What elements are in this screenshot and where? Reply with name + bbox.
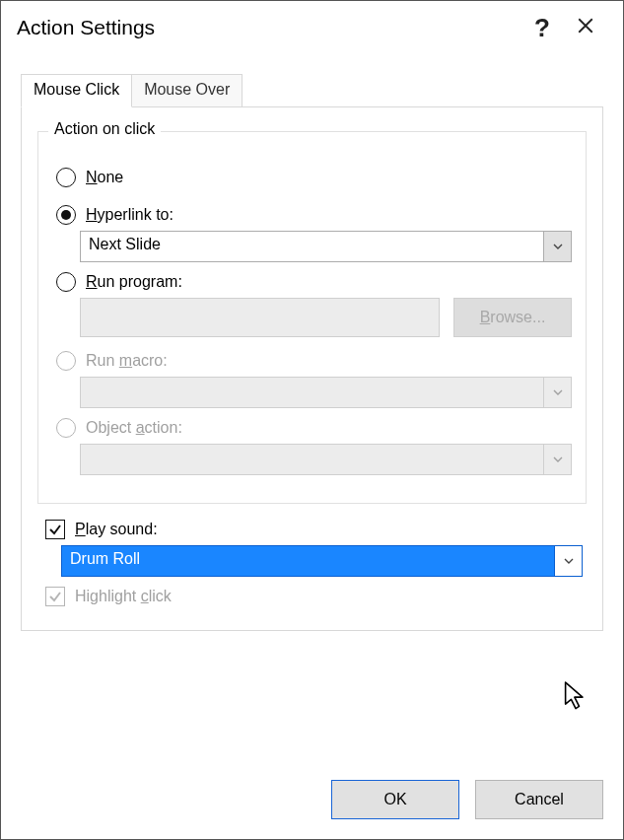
combo-value: Drum Roll xyxy=(62,546,554,576)
radio-run-program-label: Run program: xyxy=(86,273,182,291)
group-action-on-click: Action on click None Hyperlink to: Next … xyxy=(37,131,587,504)
run-program-path-input xyxy=(80,298,440,337)
combo-value xyxy=(81,378,543,407)
object-action-combo xyxy=(80,444,572,475)
close-icon xyxy=(577,15,594,40)
radio-run-macro: Run macro: xyxy=(56,351,572,371)
ok-button[interactable]: OK xyxy=(331,780,459,819)
radio-object-action-label: Object action: xyxy=(86,419,182,437)
radio-none-label: None xyxy=(86,169,123,186)
dialog-title: Action Settings xyxy=(17,16,520,39)
checkbox-highlight-click: Highlight click xyxy=(45,587,583,606)
cursor-icon xyxy=(563,681,589,714)
highlight-click-label: Highlight click xyxy=(75,588,172,605)
combo-value: Next Slide xyxy=(81,232,543,261)
chevron-down-icon xyxy=(543,445,571,474)
radio-run-macro-label: Run macro: xyxy=(86,352,168,370)
radio-icon xyxy=(56,272,76,292)
hyperlink-to-combo[interactable]: Next Slide xyxy=(80,231,572,262)
below-group: Play sound: Drum Roll Highlight cl xyxy=(37,520,587,606)
radio-run-program[interactable]: Run program: xyxy=(56,272,572,292)
object-action-sub xyxy=(80,444,572,475)
tab-panel: Action on click None Hyperlink to: Next … xyxy=(21,106,603,631)
play-sound-sub: Drum Roll xyxy=(61,545,583,577)
checkbox-icon xyxy=(45,520,65,539)
titlebar: Action Settings ? xyxy=(1,1,623,54)
tab-strip: Mouse Click Mouse Over xyxy=(21,74,603,107)
browse-button: Browse... xyxy=(453,298,572,337)
button-label: Cancel xyxy=(515,791,564,808)
tab-mouse-click[interactable]: Mouse Click xyxy=(21,74,132,107)
combo-value xyxy=(81,445,543,474)
radio-hyperlink-to[interactable]: Hyperlink to: xyxy=(56,205,572,225)
group-legend: Action on click xyxy=(48,120,161,138)
radio-icon xyxy=(56,168,76,187)
play-sound-label: Play sound: xyxy=(75,521,158,538)
checkbox-icon xyxy=(45,587,65,606)
action-settings-dialog: Action Settings ? Mouse Click Mouse Over… xyxy=(0,0,624,840)
radio-none[interactable]: None xyxy=(56,168,572,187)
play-sound-combo[interactable]: Drum Roll xyxy=(61,545,583,577)
close-button[interactable] xyxy=(564,10,607,45)
run-macro-sub xyxy=(80,377,572,408)
tab-label: Mouse Over xyxy=(144,81,230,98)
hyperlink-sub: Next Slide xyxy=(80,231,572,262)
tab-mouse-over[interactable]: Mouse Over xyxy=(131,74,243,107)
run-macro-combo xyxy=(80,377,572,408)
chevron-down-icon xyxy=(543,378,571,407)
checkbox-play-sound[interactable]: Play sound: xyxy=(45,520,583,539)
button-label: OK xyxy=(383,791,406,808)
chevron-down-icon[interactable] xyxy=(543,232,571,261)
radio-icon xyxy=(56,418,76,438)
help-icon: ? xyxy=(534,13,550,43)
browse-label: Browse... xyxy=(480,309,546,326)
radio-icon xyxy=(56,351,76,371)
dialog-footer: OK Cancel xyxy=(331,780,603,819)
radio-object-action: Object action: xyxy=(56,418,572,438)
run-program-sub: Browse... xyxy=(80,298,572,337)
radio-icon xyxy=(56,205,76,225)
dialog-content: Mouse Click Mouse Over Action on click N… xyxy=(1,54,623,631)
tab-label: Mouse Click xyxy=(34,81,119,98)
chevron-down-icon[interactable] xyxy=(554,546,582,576)
help-button[interactable]: ? xyxy=(520,10,564,45)
cancel-button[interactable]: Cancel xyxy=(475,780,603,819)
radio-hyperlink-label: Hyperlink to: xyxy=(86,206,173,224)
